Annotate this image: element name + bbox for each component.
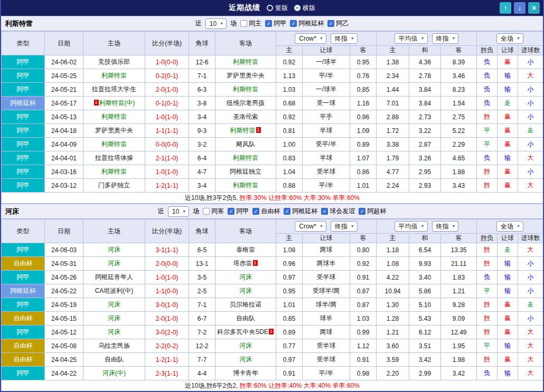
handicap-line: 一/球半 [303,55,350,69]
avg-home-odds: 1.44 [377,83,409,97]
league-filter-checkbox[interactable]: ✓阿甲 [265,19,286,28]
competition-type-badge: 阿甲 [2,179,45,193]
column-header: 类型 [2,219,45,243]
avg-away-odds: 8.39 [441,55,477,69]
competition-type-badge: 阿根廷杯 [2,97,45,110]
corners-cell: 7-1 [189,69,215,83]
team-name-text: 罗萨里奥中央 [95,127,133,134]
sub-column-header: 让球 [498,234,518,243]
corners-cell: 6-4 [189,151,215,165]
scroll-down-button[interactable]: ↓ [514,2,526,14]
odds-away: 1.09 [350,124,377,138]
league-filter-checkbox[interactable]: ✓阿甲 [228,207,249,216]
avg-home-odds: 4.22 [377,271,409,284]
match-date: 24-05-13 [45,110,83,124]
chevron-down-icon: ▼ [517,35,520,42]
competition-type-badge: 阿甲 [2,69,45,83]
team-name-text: 利斯特雷 [233,85,258,93]
handicap-line: 球半 [303,312,350,326]
away-team-cell: 利斯特雷 [215,55,276,69]
odds-group-header: Crow*▼终指▼ [276,32,377,46]
match-date: 24-04-25 [45,353,83,367]
score-cell: 0-1(0-1) [145,97,189,110]
final-index-select[interactable]: 终指▼ [432,33,459,44]
league-filter-checkbox[interactable]: ✓阿乙 [327,19,349,28]
result-handicap: 赢 [498,326,518,339]
home-team-cell: 利斯特雷 [83,138,145,151]
result-handicap: 赢 [498,55,518,69]
score-cell: 1-0(1-0) [145,110,189,124]
same-venue-checkbox[interactable]: 同主 [240,19,261,28]
summary-row: 近10场,胜3平2负5, 胜率:30% 让胜率:60% 大率:30% 单率:60… [2,193,543,204]
result-goals: 小 [518,257,543,271]
league-filter-checkbox[interactable]: ✓自由杯 [252,207,280,216]
score-cell: 0-2(0-1) [145,69,189,83]
match-count-select[interactable]: 10▼ [168,206,189,217]
radio-vertical-layout[interactable]: 竖版 [267,4,288,13]
titlebar-center: 近期战绩 竖版 横版 [1,3,543,13]
handicap-line: 平/半 [303,69,350,83]
avg-draw-odds: 2.87 [409,138,441,151]
result-handicap: 输 [498,367,518,380]
checkbox-label: 同客 [211,207,224,216]
same-venue-checkbox[interactable]: 同客 [203,207,224,216]
league-filter-checkbox[interactable]: ✓球会友谊 [321,207,355,216]
checkbox-unchecked-icon [203,208,210,215]
avg-home-odds: 1.30 [377,298,409,312]
home-team-cell: 门多萨独立 [83,179,145,193]
match-row: 自由杯24-04-25自由队1-2(1-1)7-7河床0.97受半球0.913.… [2,353,543,367]
league-filter-checkbox[interactable]: ✓阿根廷杯 [290,19,324,28]
score-cell: 2-0(0-0) [145,257,189,271]
sub-column-header: 和 [409,234,441,243]
result-goals: 小 [518,312,543,326]
titlebar: 近期战绩 竖版 横版 ↑ ↓ × [1,0,543,16]
score-cell: 1-0(1-0) [145,165,189,179]
summary-text: 近10场,胜3平2负5, [185,194,238,202]
period-select[interactable]: 全场▼ [496,221,523,232]
match-row: 阿甲24-04-09利斯特雷0-0(0-0)3-2飓风队1.00受平/半0.89… [2,138,543,151]
sub-column-header: 主 [377,46,409,55]
sub-column-header: 主 [276,46,303,55]
select-value: 终指 [335,35,348,42]
avg-draw-odds: 2.95 [409,165,441,179]
team-name-text: 科尔多瓦中央SDE [217,328,268,336]
score-cell: 2-2(0-2) [145,339,189,353]
corners-cell: 4-4 [189,367,215,380]
corners-cell: 12-2 [189,339,215,353]
league-filter-checkbox[interactable]: ✓阿根廷杯 [284,207,317,216]
avg-home-odds: 7.01 [377,97,409,110]
odds-home: 1.04 [276,165,303,179]
scroll-up-button[interactable]: ↑ [500,2,511,14]
checkbox-label: 阿甲 [274,19,286,28]
average-value-select[interactable]: 平均值▼ [395,221,428,232]
sub-column-header: 客 [441,234,477,243]
avg-draw-odds: 6.54 [409,243,441,257]
period-select[interactable]: 全场▼ [496,33,523,44]
final-index-select[interactable]: 终指▼ [432,221,459,232]
match-date: 24-05-08 [45,339,83,353]
average-value-select[interactable]: 平均值▼ [395,33,428,44]
radio-horizontal-layout[interactable]: 横版 [294,4,315,13]
match-count-select[interactable]: 10▼ [205,18,227,29]
chevron-down-icon: ▼ [452,223,456,230]
close-button[interactable]: × [528,2,540,14]
away-team-cell: 利斯特雷1 [215,124,276,138]
handicap-line: 受球半/两 [303,284,350,298]
final-index-select[interactable]: 终指▼ [331,33,358,44]
sub-column-header: 主 [377,234,409,243]
bookmaker-select[interactable]: Crow*▼ [295,221,326,232]
result-goals: 大 [518,151,543,165]
score-cell: 3-0(2-0) [145,326,189,339]
checkbox-checked-icon: ✓ [327,20,334,27]
final-index-select[interactable]: 终指▼ [331,221,358,232]
home-team-cell: 拉普拉塔体操 [83,151,145,165]
bookmaker-select[interactable]: Crow*▼ [295,33,326,44]
league-filter-checkbox[interactable]: ✓阿超杯 [359,207,386,216]
competition-type-badge: 阿甲 [2,151,45,165]
match-row: 阿甲24-05-21拉普拉塔大学生2-0(1-0)6-3利斯特雷1.03一/球半… [2,83,543,97]
score-cell: 1-1(1-1) [145,124,189,138]
avg-draw-odds: 3.51 [409,339,441,353]
checkbox-label: 球会友谊 [330,207,355,216]
result-goals: 走 [518,124,543,138]
score-cell: 0-0(0-0) [145,138,189,151]
